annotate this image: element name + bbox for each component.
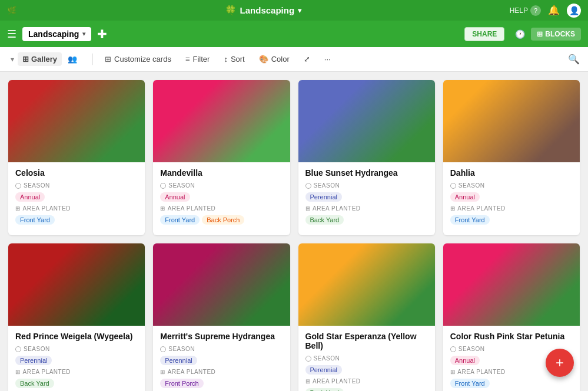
card-title-celosia: Celosia: [15, 168, 138, 178]
card-blue-sunset-hydrangea[interactable]: Blue Sunset Hydrangea SEASONPerennial⊞ A…: [298, 80, 435, 235]
season-field-label: SEASON: [24, 182, 50, 189]
season-tag-mandevilla: Annual: [160, 192, 190, 202]
gallery-label: Gallery: [31, 55, 57, 64]
board-title: Landscaping: [28, 29, 79, 39]
area-tag-front-yard-dahlia: Front Yard: [450, 215, 490, 225]
more-label: ···: [324, 55, 331, 64]
card-gold-star-esperanza[interactable]: Gold Star Esperanza (Yellow Bell) SEASON…: [298, 243, 435, 391]
card-image-color-rush-pink-star-petunia: [443, 243, 580, 326]
top-bar: 🌿 🍀 Landscaping ▾ HELP ? 🔔 👤: [0, 0, 588, 21]
top-bar-left: 🌿: [7, 6, 16, 15]
toolbar: ▾ ⊞ Gallery 👥 ⊞ Customize cards ≡ Filter…: [0, 47, 588, 72]
second-bar: ☰ Landscaping ▾ ✚ SHARE 🕐 ⊞ BLOCKS: [0, 21, 588, 47]
app-logo: 🌿: [7, 6, 16, 15]
area-grid-icon: ⊞: [15, 205, 21, 212]
area-tag-back-porch-mandevilla: Back Porch: [202, 215, 244, 225]
season-field-label: SEASON: [459, 182, 485, 189]
season-circle-icon: [160, 183, 166, 189]
share-label: SHARE: [472, 30, 497, 38]
help-label: HELP: [510, 6, 528, 15]
season-circle-icon: [450, 183, 456, 189]
members-view-button[interactable]: 👥: [63, 52, 82, 66]
season-field-label: SEASON: [314, 182, 340, 189]
season-field-label: SEASON: [168, 346, 195, 352]
color-button[interactable]: 🎨 Color: [253, 52, 295, 66]
gallery-icon: ⊞: [22, 55, 29, 64]
blocks-label: BLOCKS: [545, 30, 575, 38]
season-tag-merritts-supreme-hydrangea: Perennial: [160, 356, 197, 365]
help-button[interactable]: HELP ?: [510, 5, 541, 16]
color-label: Color: [271, 55, 290, 64]
view-collapse-arrow[interactable]: ▾: [8, 53, 16, 66]
card-title-blue-sunset-hydrangea: Blue Sunset Hydrangea: [305, 168, 428, 178]
share-button[interactable]: SHARE: [464, 27, 504, 41]
season-circle-icon: [450, 346, 456, 352]
card-title-color-rush-pink-star-petunia: Color Rush Pink Star Petunia: [450, 332, 573, 341]
area-field-label: AREA PLANTED: [313, 378, 361, 385]
season-field-label: SEASON: [314, 355, 340, 362]
season-circle-icon: [160, 346, 166, 352]
area-grid-icon: ⊞: [305, 205, 311, 212]
board-title-chevron: ▾: [82, 31, 85, 37]
card-image-merritts-supreme-hydrangea: [153, 243, 290, 326]
help-icon: ?: [530, 5, 541, 16]
card-red-prince-weigela[interactable]: Red Prince Weigela (Wygeela) SEASONPeren…: [8, 243, 145, 391]
season-tag-gold-star-esperanza: Perennial: [305, 365, 342, 375]
toolbar-separator-1: [92, 54, 93, 65]
notification-icon[interactable]: 🔔: [548, 5, 560, 16]
area-tag-back-yard-red-prince-weigela: Back Yard: [15, 379, 54, 388]
season-circle-icon: [305, 356, 311, 362]
season-circle-icon: [15, 346, 21, 352]
card-title-dahlia: Dahlia: [450, 168, 573, 178]
gallery-view-button[interactable]: ⊞ Gallery: [18, 52, 62, 66]
history-icon[interactable]: 🕐: [515, 29, 525, 39]
customize-label: Customize cards: [114, 55, 171, 64]
filter-button[interactable]: ≡ Filter: [180, 52, 215, 66]
search-button[interactable]: 🔍: [568, 54, 580, 65]
season-tag-blue-sunset-hydrangea: Perennial: [305, 192, 342, 202]
card-merritts-supreme-hydrangea[interactable]: Merritt's Supreme Hydrangea SEASONPerenn…: [153, 243, 290, 391]
board-title-pill[interactable]: Landscaping ▾: [22, 27, 91, 41]
add-card-fab[interactable]: +: [546, 349, 574, 377]
card-image-blue-sunset-hydrangea: [298, 80, 435, 162]
sort-icon: ↕: [224, 55, 228, 64]
add-board-button[interactable]: ✚: [97, 27, 107, 41]
color-icon: 🎨: [259, 55, 268, 64]
hamburger-icon[interactable]: ☰: [7, 28, 16, 41]
fullscreen-button[interactable]: ⤢: [298, 52, 316, 66]
card-image-dahlia: [443, 80, 580, 162]
card-mandevilla[interactable]: Mandevilla SEASONAnnual⊞ AREA PLANTEDFro…: [153, 80, 290, 235]
season-tag-dahlia: Annual: [450, 192, 480, 202]
card-title-mandevilla: Mandevilla: [160, 168, 283, 178]
gallery-container: Celosia SEASONAnnual⊞ AREA PLANTEDFront …: [0, 72, 588, 391]
season-circle-icon: [15, 183, 21, 189]
season-field-label: SEASON: [24, 346, 50, 352]
area-tag-back-yard-gold-star-esperanza: Back Yard: [305, 388, 344, 391]
area-field-label: AREA PLANTED: [457, 205, 506, 212]
card-celosia[interactable]: Celosia SEASONAnnual⊞ AREA PLANTEDFront …: [8, 80, 145, 235]
view-toggle: ▾ ⊞ Gallery 👥: [8, 52, 82, 66]
members-icon: 👥: [68, 55, 77, 64]
area-grid-icon: ⊞: [160, 369, 165, 375]
card-image-celosia: [8, 80, 145, 162]
fullscreen-icon: ⤢: [304, 55, 310, 64]
blocks-icon: ⊞: [537, 30, 543, 38]
area-tag-front-porch-merritts-supreme-hydrangea: Front Porch: [160, 379, 203, 388]
season-field-label: SEASON: [459, 346, 485, 352]
area-tag-front-yard-celosia: Front Yard: [15, 215, 55, 225]
user-avatar[interactable]: 👤: [567, 4, 581, 18]
season-tag-red-prince-weigela: Perennial: [15, 356, 52, 365]
card-title-red-prince-weigela: Red Prince Weigela (Wygeela): [15, 332, 138, 341]
season-field-label: SEASON: [168, 182, 195, 189]
sort-label: Sort: [231, 55, 245, 64]
area-tag-front-yard-color-rush-pink-star-petunia: Front Yard: [450, 379, 490, 388]
sort-button[interactable]: ↕ Sort: [218, 52, 250, 66]
top-bar-right: HELP ? 🔔 👤: [510, 4, 581, 18]
card-dahlia[interactable]: Dahlia SEASONAnnual⊞ AREA PLANTEDFront Y…: [443, 80, 580, 235]
title-dropdown-arrow[interactable]: ▾: [298, 6, 301, 15]
blocks-button[interactable]: ⊞ BLOCKS: [531, 28, 581, 41]
area-field-label: AREA PLANTED: [457, 369, 506, 375]
customize-cards-button[interactable]: ⊞ Customize cards: [99, 52, 177, 66]
more-button[interactable]: ···: [318, 52, 337, 66]
area-field-label: AREA PLANTED: [313, 205, 361, 212]
